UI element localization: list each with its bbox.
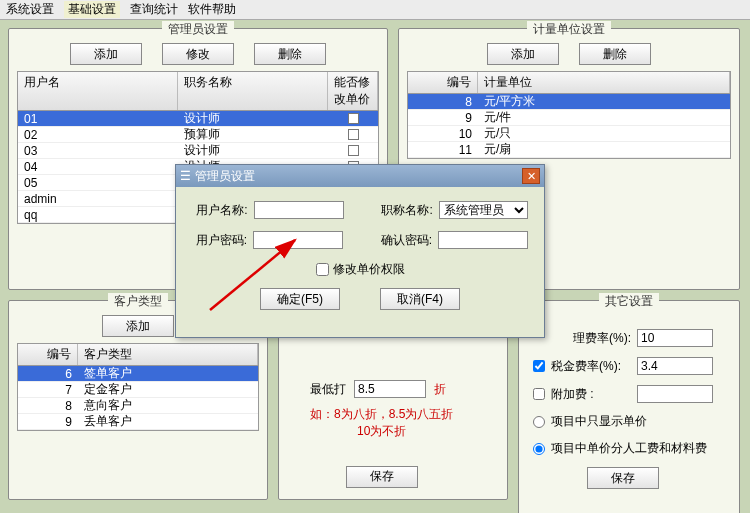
dlg-user-input[interactable]: [254, 201, 344, 219]
discount-note2: 10为不折: [310, 423, 453, 440]
admin-col-role[interactable]: 职务名称: [178, 72, 328, 110]
admin-edit-button[interactable]: 修改: [162, 43, 234, 65]
close-icon[interactable]: ✕: [522, 168, 540, 184]
row-checkbox[interactable]: [348, 113, 359, 124]
discount-label: 最低打: [310, 381, 346, 398]
unit-add-button[interactable]: 添加: [487, 43, 559, 65]
dlg-user-label: 用户名称:: [192, 202, 248, 219]
cust-add-button[interactable]: 添加: [102, 315, 174, 337]
other-tax-check[interactable]: [533, 360, 545, 372]
discount-input[interactable]: [354, 380, 426, 398]
panel-admin-title: 管理员设置: [162, 21, 234, 38]
unit-table: 编号 计量单位 8元/平方米9元/件10元/只11元/扇: [407, 71, 731, 159]
other-extra-input[interactable]: [637, 385, 713, 403]
other-extra-label: 附加费 :: [551, 386, 631, 403]
dialog-title: 管理员设置: [195, 168, 255, 185]
dlg-role-label: 职称名称:: [377, 202, 433, 219]
table-row[interactable]: 11元/扇: [408, 142, 730, 158]
cust-col-name[interactable]: 客户类型: [78, 344, 258, 365]
dlg-price-check[interactable]: [316, 263, 329, 276]
dlg-price-label: 修改单价权限: [333, 261, 405, 278]
other-tax-label: 税金费率(%):: [551, 358, 631, 375]
menu-base[interactable]: 基础设置: [64, 1, 120, 18]
unit-col-no[interactable]: 编号: [408, 72, 478, 93]
menu-help[interactable]: 软件帮助: [188, 1, 236, 18]
dlg-pwd-label: 用户密码:: [192, 232, 247, 249]
dialog-admin-edit: ☰ 管理员设置 ✕ 用户名称: 职称名称: 系统管理员 用户密码: 确认密码: …: [175, 164, 545, 338]
discount-block: 最低打 折 如：8为八折，8.5为八五折 10为不折 保存: [310, 380, 453, 488]
dlg-cancel-button[interactable]: 取消(F4): [380, 288, 460, 310]
dialog-icon: ☰: [180, 169, 191, 183]
discount-save-button[interactable]: 保存: [346, 466, 418, 488]
discount-note1: 如：8为八折，8.5为八五折: [310, 406, 453, 423]
unit-del-button[interactable]: 删除: [579, 43, 651, 65]
other-mgmt-label: 理费率(%):: [551, 330, 631, 347]
other-extra-check[interactable]: [533, 388, 545, 400]
cust-table: 编号 客户类型 6签单客户7定金客户8意向客户9丢单客户: [17, 343, 259, 431]
admin-add-button[interactable]: 添加: [70, 43, 142, 65]
discount-suffix: 折: [434, 381, 446, 398]
dlg-pwd-input[interactable]: [253, 231, 343, 249]
other-mgmt-input[interactable]: [637, 329, 713, 347]
dlg-ok-button[interactable]: 确定(F5): [260, 288, 340, 310]
unit-col-name[interactable]: 计量单位: [478, 72, 730, 93]
panel-other-title: 其它设置: [599, 293, 659, 310]
other-opt2-label: 项目中单价分人工费和材料费: [551, 440, 707, 457]
other-opt1-label: 项目中只显示单价: [551, 413, 647, 430]
panel-unit-title: 计量单位设置: [527, 21, 611, 38]
admin-col-user[interactable]: 用户名: [18, 72, 178, 110]
panel-cust-title: 客户类型: [108, 293, 168, 310]
menu-stats[interactable]: 查询统计: [130, 1, 178, 18]
dlg-pwd2-label: 确认密码:: [377, 232, 432, 249]
dlg-pwd2-input[interactable]: [438, 231, 528, 249]
table-row[interactable]: 9丢单客户: [18, 414, 258, 430]
admin-del-button[interactable]: 删除: [254, 43, 326, 65]
other-opt1-radio[interactable]: [533, 416, 545, 428]
row-checkbox[interactable]: [348, 129, 359, 140]
row-checkbox[interactable]: [348, 145, 359, 156]
menubar: 系统设置 基础设置 查询统计 软件帮助: [0, 0, 750, 20]
cust-col-no[interactable]: 编号: [18, 344, 78, 365]
dlg-role-select[interactable]: 系统管理员: [439, 201, 528, 219]
other-save-button[interactable]: 保存: [587, 467, 659, 489]
admin-col-price[interactable]: 能否修改单价: [328, 72, 378, 110]
other-opt2-radio[interactable]: [533, 443, 545, 455]
other-tax-input[interactable]: [637, 357, 713, 375]
dialog-titlebar[interactable]: ☰ 管理员设置 ✕: [176, 165, 544, 187]
panel-other: 其它设置 理费率(%): 税金费率(%): 附加费 : 项目中只显示单价: [518, 300, 740, 513]
menu-sys[interactable]: 系统设置: [6, 1, 54, 18]
